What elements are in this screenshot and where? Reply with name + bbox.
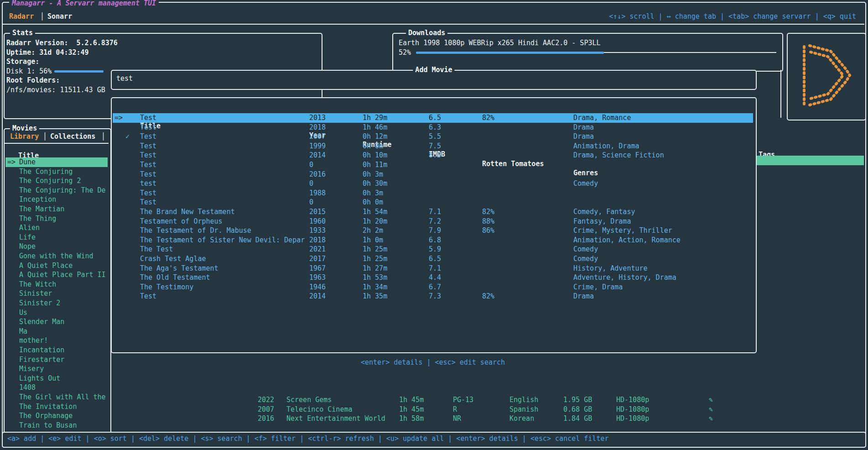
- result-row[interactable]: The Test20211h 25m5.9Comedy: [113, 245, 753, 254]
- movie-file-row[interactable]: 2022Screen Gems1h 45mPG-13English1.95 GB…: [0, 395, 775, 405]
- movie-file-row[interactable]: 2007Telecinco Cinema1h 45mRSpanish0.68 G…: [0, 405, 775, 414]
- result-row[interactable]: The Aga's Testament19671h 27m7.1History,…: [113, 264, 753, 273]
- modal-key-hints: <enter> details | <esc> edit search: [111, 358, 755, 367]
- add-movie-results-table: ✓ Title Year Runtime IMDB Rotten Tomatoe…: [111, 97, 757, 353]
- add-movie-title: Add Movie: [413, 65, 454, 75]
- add-movie-search-input[interactable]: test: [116, 74, 133, 84]
- result-row[interactable]: Test20141h 35m7.382%Drama: [113, 292, 753, 301]
- results-rows: =>Test20131h 29m6.582%Drama, RomanceTest…: [112, 98, 754, 351]
- edit-pencil-icon[interactable]: ✎: [709, 405, 713, 414]
- edit-pencil-icon[interactable]: ✎: [709, 395, 713, 405]
- movie-file-row[interactable]: 2016Next Entertainment World1h 58mNRKore…: [0, 414, 775, 424]
- bottom-key-hints: <a> add | <e> edit | <o> sort | <del> de…: [7, 434, 609, 444]
- result-row[interactable]: The Testimony19461h 34m6.7Crime, Drama: [113, 283, 753, 292]
- result-row[interactable]: Crash Test Aglae20171h 25m6.5Comedy: [113, 254, 753, 264]
- result-row[interactable]: Test20140h 10m8.3Drama, Science Fiction: [113, 151, 753, 160]
- result-row[interactable]: Test19880h 3m: [113, 188, 753, 198]
- add-movie-search-box[interactable]: Add Movie test: [111, 70, 757, 90]
- result-row[interactable]: The Old Testament19631h 53m4.4Adventure,…: [113, 273, 753, 283]
- result-row[interactable]: Test20181h 46m6.3Drama: [113, 123, 753, 132]
- result-row[interactable]: The Brand New Testament20151h 54m7.182%C…: [113, 207, 753, 217]
- result-row[interactable]: Test00h 11m: [113, 160, 753, 170]
- result-row[interactable]: ✓Test20070h 12m5.5Drama: [113, 132, 753, 141]
- result-row[interactable]: Test00h 0m: [113, 198, 753, 207]
- result-row[interactable]: The Testament of Dr. Mabuse19332h 2m7.98…: [113, 226, 753, 235]
- edit-pencil-icon[interactable]: ✎: [709, 414, 713, 424]
- result-row[interactable]: The Testament of Sister New Devil: Depar…: [113, 235, 753, 245]
- result-row[interactable]: test00h 30mComedy: [113, 179, 753, 188]
- result-row[interactable]: =>Test20131h 29m6.582%Drama, Romance: [113, 113, 753, 123]
- managarr-window: { "app": { "title": "Managarr - A Servar…: [0, 0, 868, 450]
- result-row[interactable]: Test19990h 0m7.5Animation, Drama: [113, 141, 753, 151]
- bottom-hints-bar: <a> add | <e> edit | <o> sort | <del> de…: [2, 432, 866, 448]
- result-row[interactable]: Test20160h 3m: [113, 170, 753, 179]
- result-row[interactable]: Testament of Orpheus19601h 20m7.288%Fant…: [113, 217, 753, 226]
